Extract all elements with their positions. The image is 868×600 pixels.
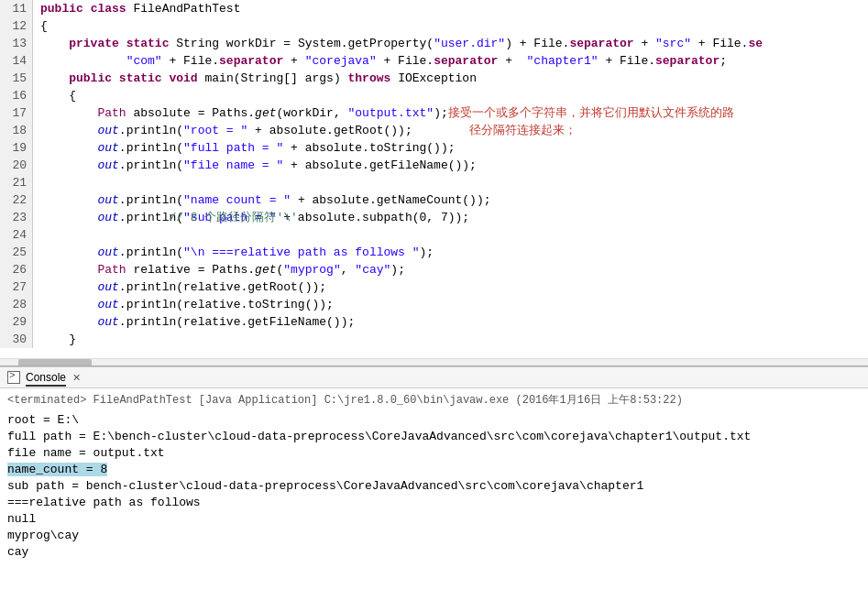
ln-20: 20 xyxy=(5,157,27,174)
ln-13: 13 xyxy=(5,35,27,52)
main-layout: 11 12 13 14 15 16 17 18 19 20 21 22 23 2… xyxy=(0,0,868,600)
code-line-30: } xyxy=(40,331,868,348)
ln-24: 24 xyxy=(5,226,27,244)
code-line-22: out.println("name count = " + absolute.g… xyxy=(40,191,868,209)
code-line-15: public static void main(String[] args) t… xyxy=(40,70,868,87)
console-output-filename: file name = output.txt xyxy=(7,445,861,462)
code-line-13: private static String workDir = System.g… xyxy=(40,35,868,52)
highlight-namecount: name_count = 8 xyxy=(7,463,107,476)
code-line-14: "com" + File.separator + "corejava" + Fi… xyxy=(40,52,868,70)
code-lines[interactable]: public class FileAndPathTest { private s… xyxy=(33,0,868,348)
code-line-24 xyxy=(40,226,868,244)
code-line-20: out.println("file name = " + absolute.ge… xyxy=(40,157,868,174)
horizontal-scrollbar[interactable] xyxy=(0,358,868,365)
ln-18: 18 xyxy=(5,122,27,139)
code-container: 11 12 13 14 15 16 17 18 19 20 21 22 23 2… xyxy=(0,0,868,348)
console-output-fullpath: full path = E:\bench-cluster\cloud-data-… xyxy=(7,429,861,445)
console-output-root: root = E:\ xyxy=(7,412,861,429)
console-output-relative-header: ===relative path as follows xyxy=(7,495,861,511)
code-line-28: out.println(relative.toString()); xyxy=(40,296,868,313)
console-title: Console ✕ xyxy=(26,371,81,384)
ln-29: 29 xyxy=(5,313,27,331)
code-line-25: out.println("\n ===relative path as foll… xyxy=(40,244,868,261)
console-tab[interactable]: Console xyxy=(26,371,66,387)
code-line-18: out.println("root = " + absolute.getRoot… xyxy=(40,122,868,139)
console-output-cay: cay xyxy=(7,544,861,561)
console-output-namecount: name_count = 8 xyxy=(7,462,861,478)
console-icon xyxy=(7,371,20,384)
ln-16: 16 xyxy=(5,87,27,104)
code-line-27: out.println(relative.getRoot()); xyxy=(40,278,868,296)
console-body: <terminated> FileAndPathTest [Java Appli… xyxy=(0,388,868,600)
ln-21: 21 xyxy=(5,174,27,191)
ln-30: 30 xyxy=(5,331,27,348)
ln-14: 14 xyxy=(5,52,27,70)
code-line-26: Path relative = Paths.get("myprog", "cay… xyxy=(40,261,868,278)
code-line-11: public class FileAndPathTest xyxy=(40,0,868,17)
console-header: Console ✕ xyxy=(0,366,868,388)
code-line-17: Path absolute = Paths.get(workDir, "outp… xyxy=(40,104,868,122)
ln-28: 28 xyxy=(5,296,27,313)
console-output-subpath: sub path = bench-cluster\cloud-data-prep… xyxy=(7,478,861,495)
ln-23: 23 xyxy=(5,209,27,226)
editor-area: 11 12 13 14 15 16 17 18 19 20 21 22 23 2… xyxy=(0,0,868,366)
console-area: Console ✕ <terminated> FileAndPathTest [… xyxy=(0,366,868,600)
console-output-myprog: myprog\cay xyxy=(7,528,861,544)
ln-12: 12 xyxy=(5,17,27,35)
ln-26: 26 xyxy=(5,261,27,278)
line-numbers: 11 12 13 14 15 16 17 18 19 20 21 22 23 2… xyxy=(0,0,33,348)
ln-19: 19 xyxy=(5,139,27,157)
ln-15: 15 xyxy=(5,70,27,87)
scrollbar-thumb[interactable] xyxy=(18,359,92,366)
code-line-16: { xyxy=(40,87,868,104)
console-terminated: <terminated> FileAndPathTest [Java Appli… xyxy=(7,392,861,409)
ln-25: 25 xyxy=(5,244,27,261)
code-line-19: out.println("full path = " + absolute.to… xyxy=(40,139,868,157)
code-line-12: { xyxy=(40,17,868,35)
console-output-null: null xyxy=(7,511,861,528)
ln-22: 22 xyxy=(5,191,27,209)
code-line-29: out.println(relative.getFileName()); xyxy=(40,313,868,331)
ln-17: 17 xyxy=(5,104,27,122)
console-tab-close[interactable]: ✕ xyxy=(72,372,81,383)
ln-11: 11 xyxy=(5,0,27,17)
code-line-21: → // 8 个路径分隔符'\' xyxy=(40,174,868,191)
ln-27: 27 xyxy=(5,278,27,296)
